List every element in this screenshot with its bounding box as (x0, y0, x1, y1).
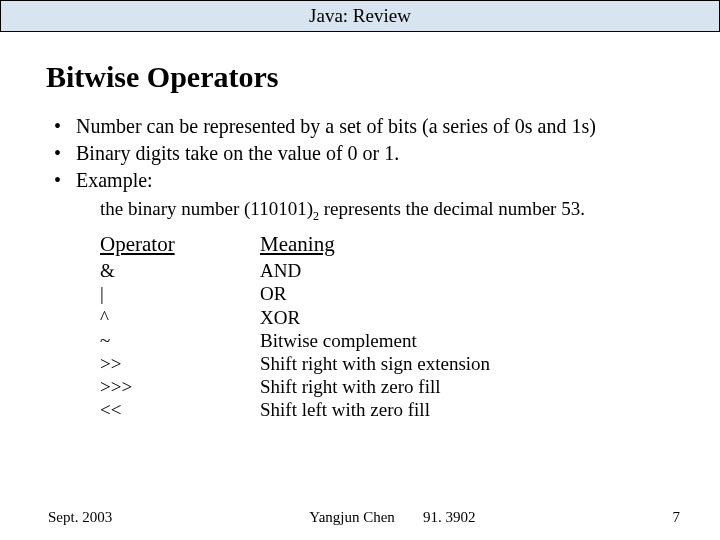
footer-author: Yangjun Chen (309, 509, 395, 525)
footer-page: 7 (673, 509, 681, 526)
table-cell-mean: Shift left with zero fill (260, 398, 680, 421)
example-text: the binary number (110101)2 represents t… (100, 198, 680, 224)
slide-content: Bitwise Operators Number can be represen… (0, 32, 720, 421)
example-suffix: represents the decimal number 53. (319, 198, 585, 219)
table-header-meaning: Meaning (260, 232, 680, 257)
table-cell-op: >>> (100, 375, 260, 398)
table-cell-op: | (100, 282, 260, 305)
table-header-operator: Operator (100, 232, 260, 257)
bullet-item: Example: (48, 168, 680, 193)
operator-table: Operator Meaning & AND | OR ^ XOR ~ Bitw… (100, 232, 680, 421)
slide-footer: Sept. 2003 Yangjun Chen91. 3902 7 (0, 509, 720, 526)
slide-header-title: Java: Review (309, 5, 411, 27)
table-cell-mean: OR (260, 282, 680, 305)
example-prefix: the binary number (110101) (100, 198, 313, 219)
bullet-item: Number can be represented by a set of bi… (48, 114, 680, 139)
footer-course: 91. 3902 (423, 509, 476, 525)
table-cell-op: ~ (100, 329, 260, 352)
bullet-list: Number can be represented by a set of bi… (48, 114, 680, 192)
table-cell-op: << (100, 398, 260, 421)
slide-header: Java: Review (0, 0, 720, 32)
table-cell-mean: XOR (260, 306, 680, 329)
table-cell-mean: Bitwise complement (260, 329, 680, 352)
table-cell-op: & (100, 259, 260, 282)
table-cell-op: >> (100, 352, 260, 375)
footer-date: Sept. 2003 (48, 509, 112, 526)
footer-center: Yangjun Chen91. 3902 (112, 509, 672, 526)
slide-heading: Bitwise Operators (46, 60, 680, 94)
table-cell-mean: AND (260, 259, 680, 282)
table-cell-op: ^ (100, 306, 260, 329)
table-cell-mean: Shift right with zero fill (260, 375, 680, 398)
table-cell-mean: Shift right with sign extension (260, 352, 680, 375)
bullet-item: Binary digits take on the value of 0 or … (48, 141, 680, 166)
